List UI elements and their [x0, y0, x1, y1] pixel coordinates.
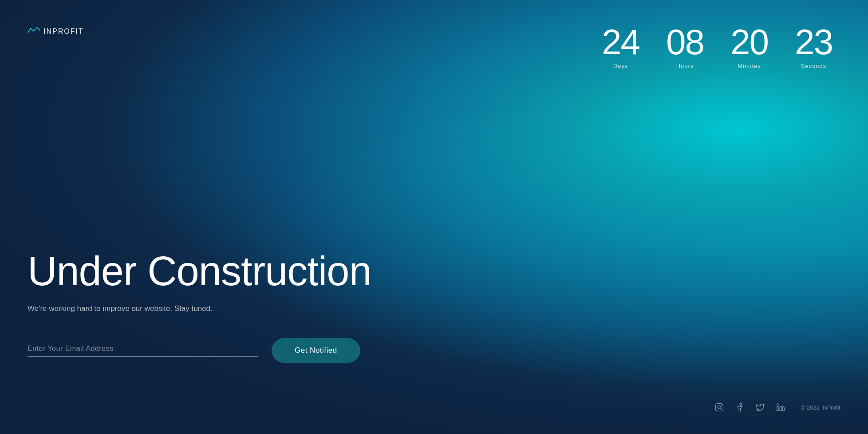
- seconds-label: Seconds: [801, 63, 827, 69]
- hours-number: 08: [666, 24, 704, 60]
- minutes-number: 20: [730, 24, 768, 60]
- twitter-icon[interactable]: [756, 403, 765, 412]
- countdown-seconds: 23 Seconds: [795, 24, 832, 69]
- svg-rect-0: [716, 404, 723, 411]
- svg-point-2: [721, 405, 722, 406]
- countdown-timer: 24 Days 08 Hours 20 Minutes 23 Seconds: [602, 24, 832, 69]
- countdown-days: 24 Days: [602, 24, 639, 69]
- footer: © 2022 INProfit: [715, 403, 840, 412]
- email-input[interactable]: [28, 345, 258, 353]
- main-content: Under Construction We're working hard to…: [28, 249, 371, 363]
- copyright-text: © 2022 INProfit: [801, 404, 840, 411]
- page-subtitle: We're working hard to improve our websit…: [28, 304, 371, 313]
- email-form: Get Notified: [28, 338, 371, 363]
- instagram-icon[interactable]: [715, 403, 724, 412]
- svg-point-4: [777, 404, 778, 405]
- email-input-wrapper: [28, 345, 258, 357]
- countdown-minutes: 20 Minutes: [730, 24, 768, 69]
- logo-text: INPROFIT: [43, 28, 84, 36]
- facebook-icon[interactable]: [735, 403, 744, 412]
- countdown-hours: 08 Hours: [666, 24, 704, 69]
- days-number: 24: [602, 24, 639, 60]
- days-label: Days: [613, 63, 628, 69]
- svg-point-1: [718, 406, 721, 409]
- header: INPROFIT: [28, 27, 84, 36]
- hours-label: Hours: [676, 63, 694, 69]
- seconds-number: 23: [795, 24, 832, 60]
- logo-icon: [28, 27, 40, 36]
- page-content: INPROFIT 24 Days 08 Hours 20 Minutes 23 …: [0, 0, 868, 434]
- linkedin-icon[interactable]: [776, 403, 785, 412]
- svg-rect-3: [777, 406, 778, 411]
- minutes-label: Minutes: [738, 63, 761, 69]
- get-notified-button[interactable]: Get Notified: [272, 338, 360, 363]
- page-title: Under Construction: [28, 249, 371, 294]
